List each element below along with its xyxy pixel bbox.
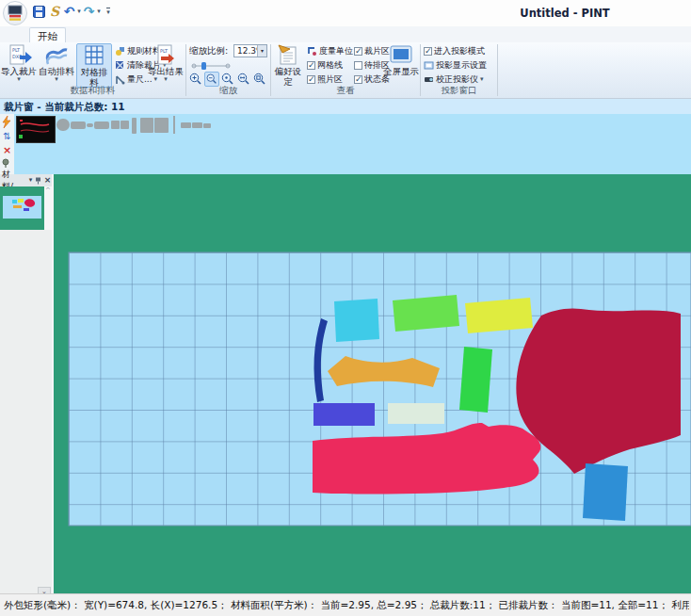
grid-icon [77,45,111,67]
piece-thumbnail[interactable] [192,122,202,128]
piece-thumbnail[interactable] [140,118,153,133]
app-menu-button[interactable] [3,1,27,25]
overflow-caret-icon: ▾ [106,8,110,16]
main-area: 材料/... ▾ × ^ ⌄ [0,174,691,593]
nesting-canvas-svg[interactable] [54,174,691,593]
piece-thumbnail[interactable] [181,122,191,128]
lightning-icon [1,116,12,128]
nesting-canvas[interactable] [54,174,691,593]
piece-green-vrect[interactable] [459,347,492,413]
piece-thumbnail[interactable] [71,122,86,129]
piece-window-toolbar: ⇅ × [0,114,14,174]
piece-cyan-rect[interactable] [334,299,379,342]
redo-icon: ↷ [84,4,95,19]
caret-down-icon: ▾ [77,8,81,15]
measure-unit-icon [307,46,317,57]
selected-piece-preview [17,117,53,140]
monitor-icon [382,44,420,66]
quick-access-customize-button[interactable]: ▾ [104,4,113,19]
sort-pieces-button[interactable]: ⇅ [1,130,13,142]
redo-dropdown[interactable]: ▾ [95,4,103,19]
svg-text:PLT: PLT [12,47,21,53]
grid-nest-button[interactable]: 对格排料 [76,43,112,88]
group-label: 数据和排料 [0,85,185,97]
pending-area-checkbox[interactable] [354,61,362,70]
auto-nest-button[interactable]: 自动排料 ▾ [39,43,74,88]
full-screen-button[interactable]: 全屏显示 [382,43,420,88]
piece-thumbnail[interactable] [56,119,70,131]
material-panel-body [0,230,52,593]
title-bar: S ↶ ▾ ↷ ▾ ▾ Untitled - PINT [0,0,691,26]
photo-area-checkbox[interactable] [307,75,315,84]
piece-thumbnail[interactable] [94,122,109,129]
projector-icon [424,74,434,85]
pin-icon[interactable] [35,177,43,185]
status-bar-text: 外包矩形(毫米)： 宽(Y)=674.8, 长(X)=1276.5； 材料面积(… [4,599,689,612]
enter-projection-toggle[interactable]: 进入投影模式 [424,45,485,57]
projection-display-settings-button[interactable]: 投影显示设置 [424,59,487,72]
piece-thumbnail[interactable] [132,118,137,134]
save-button[interactable] [32,4,45,19]
panel-menu-caret-icon[interactable]: ▾ [26,174,35,186]
sort-icon: ⇅ [3,131,10,141]
delete-piece-button[interactable]: × [1,144,13,156]
piece-purple-rect[interactable] [313,403,375,426]
piece-thumbnail[interactable] [154,118,169,133]
status-bar-checkbox[interactable] [354,75,362,84]
rule-material-icon [115,46,125,57]
piece-green-rect[interactable] [393,295,459,332]
enter-projection-checkbox[interactable] [424,47,432,56]
piece-thumbnail[interactable] [203,123,211,128]
export-tool-button[interactable]: S [47,4,62,19]
piece-thumbnail[interactable] [87,123,93,127]
ribbon-tab-row: 开始 [0,26,691,42]
material-list-item[interactable] [0,186,44,230]
svg-text:PLT: PLT [160,48,169,54]
preferences-button[interactable]: 偏好设定 [271,43,305,88]
marker-icon [1,158,10,168]
close-icon[interactable]: × [43,174,52,186]
import-document-icon: PLT DXF [1,44,37,66]
combo-caret-icon: ▾ [257,45,266,57]
group-view: 偏好设定 度量单位 网格线 照片区 裁 [271,42,420,98]
window-title: Untitled - PINT [461,7,668,20]
undo-dropdown[interactable]: ▾ [75,4,83,19]
selected-piece-thumbnail[interactable] [16,116,56,143]
material-panel-header: 材料/... ▾ × [0,174,52,186]
group-projection: 进入投影模式 投影显示设置 校正投影仪 [421,42,497,98]
group-label: 缩放 [186,85,270,97]
ribbon: PLT DXF 导入裁片 ▾ 自动排料 ▾ [0,42,691,99]
zoom-scale-combo[interactable]: 12.3% ▾ [233,44,267,57]
slider-thumb [201,62,206,70]
piece-celadon-rect[interactable] [388,403,444,424]
piece-area-checkbox[interactable] [354,47,362,56]
zoom-slider[interactable] [190,61,232,70]
export-result-button[interactable]: PLT 导出结果 ▾ [148,43,184,88]
caret-down-icon: ▾ [39,76,74,82]
group-separator [497,44,498,96]
undo-button[interactable]: ↶ [63,4,75,19]
export-document-icon: PLT [148,44,184,66]
delete-x-icon: × [3,144,11,156]
caret-down-icon: ▾ [480,76,484,83]
caret-down-icon: ▾ [1,76,37,82]
tab-home[interactable]: 开始 [29,27,66,43]
piece-blue-square[interactable] [583,463,628,521]
import-pieces-button[interactable]: PLT DXF 导入裁片 ▾ [1,43,37,88]
piece-thumbnail[interactable] [111,121,120,129]
piece-thumbnail[interactable] [173,116,175,134]
measure-unit-button[interactable]: 度量单位 [307,45,353,57]
caret-down-icon: ▾ [148,76,184,82]
preferences-icon [271,44,305,66]
redo-button[interactable]: ↷ [83,4,95,19]
panel-scroll-up-button[interactable]: ^ [44,186,52,196]
grid-lines-toggle[interactable]: 网格线 [307,59,343,72]
group-zoom: 缩放比例: 12.3% ▾ [186,42,270,98]
piece-thumbnail[interactable] [121,121,129,129]
grid-lines-checkbox[interactable] [307,61,315,70]
auto-arrange-button[interactable] [1,116,13,128]
zoom-scale-label: 缩放比例: [189,45,228,57]
piece-yellow-rect[interactable] [465,298,533,333]
clear-pieces-icon [115,60,125,71]
measure-caliper-icon [115,74,125,85]
